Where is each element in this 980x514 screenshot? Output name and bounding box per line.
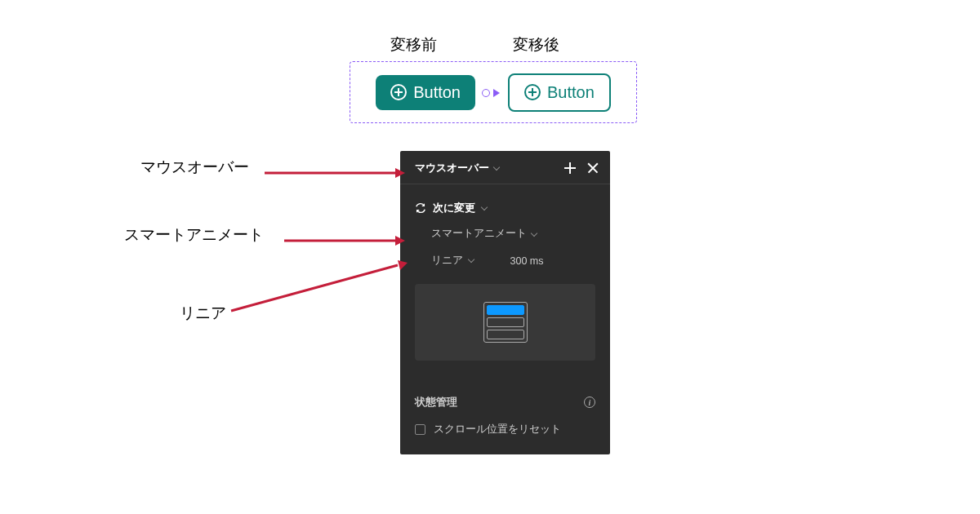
plus-circle-icon	[524, 84, 541, 100]
preview-frame	[483, 302, 528, 343]
panel-body: 次に変更 スマートアニメート リニア 300 ms	[400, 184, 610, 385]
chevron-down-icon	[481, 204, 488, 210]
easing-row: リニア 300 ms	[415, 247, 595, 274]
button-variant-after[interactable]: Button	[508, 73, 611, 112]
label-after: 変移後	[513, 34, 559, 55]
svg-marker-5	[398, 260, 408, 270]
trigger-label: マウスオーバー	[415, 161, 489, 175]
chevron-down-icon	[531, 229, 537, 236]
prototype-connector	[485, 91, 498, 93]
reset-scroll-label: スクロール位置をリセット	[434, 423, 561, 436]
preview-row	[487, 330, 524, 339]
annotation-label-2: スマートアニメート	[124, 224, 264, 246]
trigger-dropdown[interactable]: マウスオーバー	[415, 161, 499, 175]
arrow-2	[284, 232, 405, 246]
button-text: Button	[547, 83, 595, 102]
action-dropdown[interactable]: 次に変更	[415, 196, 595, 220]
interaction-panel: マウスオーバー 次に変更 スマートアニメート リニ	[400, 151, 610, 454]
variant-frame: Button Button	[350, 61, 637, 123]
add-interaction-button[interactable]	[564, 162, 576, 174]
duration-input[interactable]: 300 ms	[510, 255, 543, 267]
info-icon[interactable]: i	[584, 397, 595, 408]
state-title: 状態管理	[415, 395, 457, 410]
svg-line-4	[231, 265, 398, 311]
annotation-label-3: リニア	[180, 303, 226, 324]
checkbox-icon	[415, 424, 425, 435]
animation-label: スマートアニメート	[431, 227, 527, 241]
arrow-1	[265, 164, 405, 179]
plus-circle-icon	[390, 84, 407, 100]
label-before: 変移前	[390, 34, 437, 55]
svg-marker-1	[395, 168, 405, 178]
button-text: Button	[413, 83, 461, 102]
action-label: 次に変更	[433, 201, 475, 215]
state-section: 状態管理 i スクロール位置をリセット	[400, 385, 610, 454]
state-header: 状態管理 i	[415, 388, 595, 416]
reset-scroll-checkbox[interactable]: スクロール位置をリセット	[415, 416, 595, 443]
animation-preview	[415, 284, 595, 361]
svg-marker-3	[395, 236, 405, 246]
chevron-down-icon	[493, 164, 500, 171]
annotation-label-1: マウスオーバー	[140, 157, 249, 178]
close-panel-button[interactable]	[587, 162, 599, 174]
change-to-icon	[415, 202, 426, 214]
panel-header: マウスオーバー	[400, 151, 610, 184]
easing-dropdown[interactable]: リニア	[431, 254, 474, 268]
preview-row-active	[487, 305, 524, 315]
button-variant-before[interactable]: Button	[376, 75, 475, 110]
arrow-3	[231, 261, 408, 318]
preview-row	[487, 317, 524, 327]
easing-label: リニア	[431, 255, 463, 266]
frame-labels: 変移前 変移後	[350, 34, 637, 55]
animation-dropdown[interactable]: スマートアニメート	[415, 220, 595, 247]
chevron-down-icon	[468, 256, 474, 263]
